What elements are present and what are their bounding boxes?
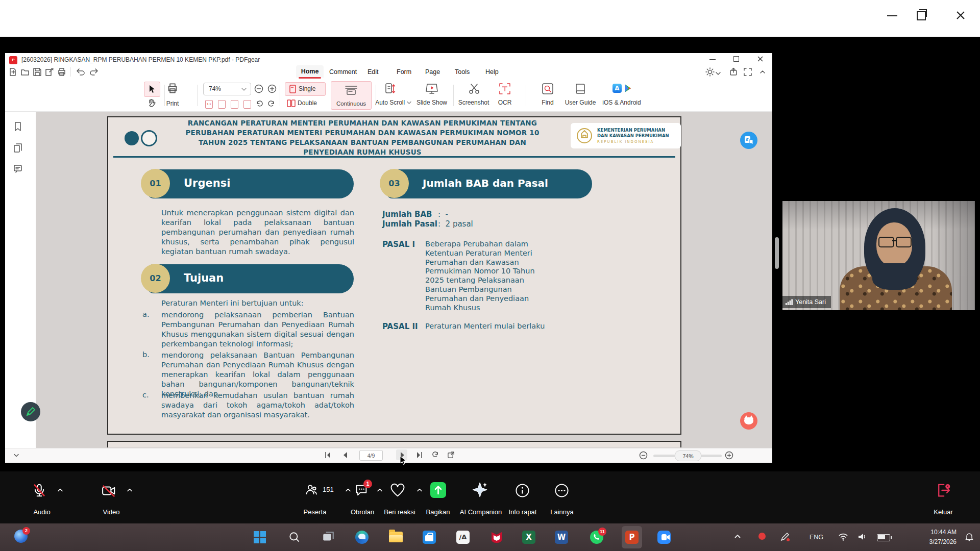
auto-scroll-button[interactable]: Auto Scroll: [373, 81, 411, 109]
fit-actual-size-icon[interactable]: 1:1: [205, 100, 213, 109]
tray-mcafee-icon[interactable]: [758, 533, 766, 540]
meeting-info-button[interactable]: Info rapat: [502, 480, 543, 518]
user-guide-button[interactable]: User Guide: [564, 81, 597, 109]
file-explorer-icon[interactable]: [389, 532, 403, 542]
print-label[interactable]: Print: [166, 100, 179, 107]
slide-show-button[interactable]: Slide Show: [414, 81, 449, 109]
pdfgear-close-icon[interactable]: [757, 56, 764, 62]
rotate-left-icon[interactable]: [255, 100, 263, 108]
leave-button[interactable]: Keluar: [923, 480, 964, 518]
tray-pen-icon[interactable]: [780, 532, 790, 542]
audio-button[interactable]: Audio: [20, 480, 66, 518]
tray-chevron-icon[interactable]: [734, 534, 741, 540]
thumbnails-panel-icon[interactable]: [13, 143, 22, 153]
zoom-app-icon[interactable]: [657, 531, 671, 544]
save-as-icon[interactable]: [45, 67, 54, 77]
print-icon[interactable]: [167, 83, 178, 94]
undo-icon[interactable]: [76, 67, 86, 77]
fullscreen-icon[interactable]: [743, 67, 752, 77]
tab-home[interactable]: Home: [296, 65, 324, 78]
ocr-button[interactable]: OCR: [493, 81, 517, 109]
task-view-icon[interactable]: [322, 531, 335, 544]
page-number-box[interactable]: 4/9: [359, 450, 383, 461]
powerpoint-icon[interactable]: P: [625, 531, 639, 544]
theme-icon[interactable]: [705, 67, 715, 77]
zoom-in-icon[interactable]: [267, 84, 277, 93]
tab-comment[interactable]: Comment: [329, 68, 357, 76]
ministry-logo-box: KEMENTERIAN PERUMAHAN DAN KAWASAN PERMUK…: [571, 123, 681, 148]
pdfgear-minimize-icon[interactable]: [709, 59, 716, 60]
fit-height-icon[interactable]: [243, 100, 251, 109]
bookmarks-panel-icon[interactable]: [13, 121, 22, 132]
theme-caret-icon[interactable]: [716, 71, 721, 76]
previous-page-icon[interactable]: [341, 451, 349, 459]
statusbar-zoom-thumb[interactable]: 74%: [675, 450, 701, 461]
excel-icon[interactable]: X: [522, 531, 535, 544]
ios-android-button[interactable]: A iOS & Android: [601, 81, 642, 109]
statusbar-zoom-in-icon[interactable]: [725, 451, 733, 460]
comments-panel-icon[interactable]: [13, 164, 22, 173]
refresh-view-icon[interactable]: [432, 451, 439, 459]
double-page-button[interactable]: Double: [284, 97, 327, 110]
tab-help[interactable]: Help: [485, 68, 499, 76]
video-caret-icon[interactable]: [127, 488, 133, 492]
notification-bell-icon[interactable]: [965, 533, 974, 542]
edge-icon[interactable]: [355, 531, 369, 544]
hand-tool-icon[interactable]: [147, 98, 156, 108]
tab-edit[interactable]: Edit: [368, 68, 379, 76]
close-window-icon[interactable]: [955, 10, 966, 20]
webcam-video[interactable]: Yenita Sari: [782, 201, 975, 310]
reactions-button[interactable]: Beri reaksi: [376, 480, 425, 518]
video-button[interactable]: Video: [90, 480, 136, 518]
ai-companion-button[interactable]: AI Companion: [459, 480, 502, 518]
document-scrollbar-thumb[interactable]: [775, 237, 779, 269]
rotate-right-icon[interactable]: [267, 100, 276, 108]
widgets-button[interactable]: 2: [14, 530, 30, 545]
pdfgear-restore-icon[interactable]: [733, 56, 739, 62]
mcafee-icon[interactable]: [490, 531, 503, 544]
single-page-button[interactable]: Single: [285, 82, 326, 96]
select-tool-button[interactable]: [144, 82, 160, 97]
more-button[interactable]: Lainnya: [542, 480, 582, 518]
redo-icon[interactable]: [89, 67, 99, 77]
store-icon[interactable]: [423, 531, 436, 544]
tab-tools[interactable]: Tools: [455, 68, 470, 76]
annotate-floating-button[interactable]: [21, 402, 40, 421]
tab-page[interactable]: Page: [425, 68, 440, 76]
battery-icon[interactable]: [877, 534, 890, 541]
collapse-statusbar-icon[interactable]: [13, 453, 19, 458]
start-button[interactable]: [253, 531, 266, 544]
audio-caret-icon[interactable]: [57, 488, 63, 492]
share-app-icon[interactable]: [729, 67, 738, 77]
word-icon[interactable]: W: [555, 531, 568, 544]
last-page-icon[interactable]: [415, 451, 424, 459]
collapse-toolbar-icon[interactable]: [760, 69, 766, 74]
zoom-out-icon[interactable]: [254, 84, 263, 93]
share-button[interactable]: Bagikan: [419, 480, 457, 518]
translate-floating-button[interactable]: [740, 132, 757, 149]
new-file-icon[interactable]: [8, 67, 17, 77]
minimize-window-icon[interactable]: [887, 15, 897, 16]
tray-clock[interactable]: 10:44 AM 3/27/2026: [900, 528, 957, 547]
language-indicator[interactable]: ENG: [810, 534, 823, 541]
print-quick-icon[interactable]: [57, 67, 66, 77]
search-taskbar-icon[interactable]: [288, 531, 301, 544]
ministry-name-line2: DAN KAWASAN PERMUKIMAN: [597, 133, 669, 138]
open-file-icon[interactable]: [20, 67, 30, 77]
fit-page-icon[interactable]: [218, 100, 226, 109]
tab-form[interactable]: Form: [397, 68, 411, 76]
fit-width-icon[interactable]: [231, 100, 238, 109]
screenshot-button[interactable]: Screenshot: [455, 81, 492, 109]
volume-icon[interactable]: [857, 533, 867, 541]
adobe-acrobat-icon[interactable]: /A: [456, 531, 470, 544]
find-button[interactable]: Find: [535, 81, 560, 109]
wifi-icon[interactable]: [838, 533, 848, 541]
whatsapp-icon[interactable]: 11: [590, 531, 603, 544]
first-page-icon[interactable]: [324, 451, 332, 459]
assistant-floating-button[interactable]: [740, 412, 757, 430]
external-view-icon[interactable]: [447, 451, 455, 459]
statusbar-zoom-out-icon[interactable]: [639, 451, 648, 460]
zoom-level-combobox[interactable]: 74%: [203, 83, 251, 95]
save-icon[interactable]: [33, 67, 42, 77]
continuous-button[interactable]: Continuous: [331, 81, 372, 110]
